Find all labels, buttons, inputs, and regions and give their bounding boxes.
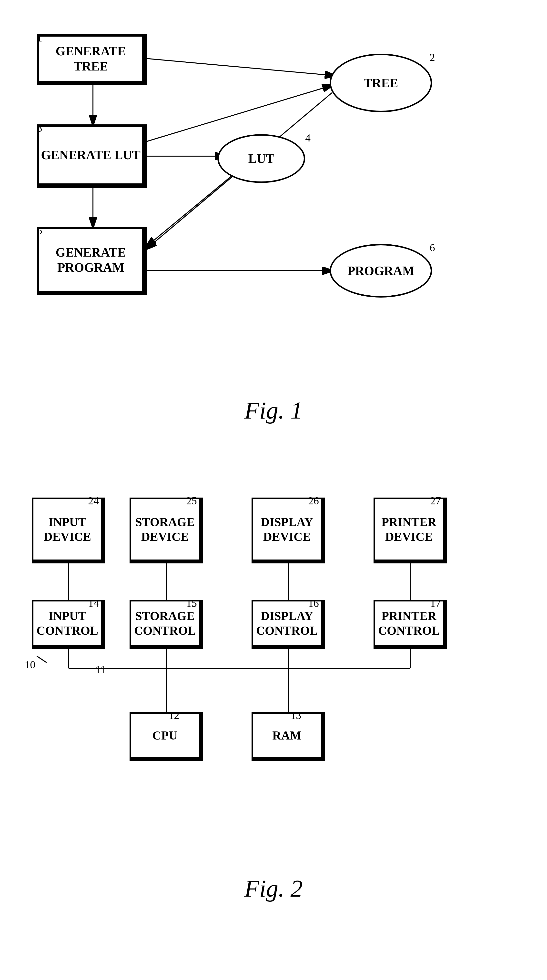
ref10-arrow: [18, 651, 46, 671]
svg-line-5: [147, 85, 332, 142]
generate-tree-box: GENERATE TREE: [37, 34, 147, 85]
svg-line-6: [147, 176, 232, 247]
ref-25: 25: [186, 495, 197, 507]
tree-ellipse: TREE: [330, 54, 432, 112]
generate-program-box: GENERATE PROGRAM: [37, 227, 147, 295]
printer-device-box: PRINTERDEVICE: [373, 498, 447, 563]
ref-26: 26: [308, 495, 319, 507]
lut-ellipse: LUT: [217, 134, 305, 183]
svg-line-3: [147, 59, 335, 76]
ref-3: 3: [37, 122, 42, 134]
ram-box: RAM: [252, 712, 325, 761]
storage-device-box: STORAGEDEVICE: [129, 498, 203, 563]
program-ellipse: PROGRAM: [330, 244, 432, 298]
ref-15: 15: [186, 597, 197, 609]
display-device-box: DISPLAYDEVICE: [252, 498, 325, 563]
ref-16: 16: [308, 597, 319, 609]
ref-5: 5: [37, 224, 42, 237]
ref-27: 27: [430, 495, 441, 507]
ref-1: 1: [37, 32, 42, 44]
ref-6: 6: [430, 242, 435, 254]
ref-4: 4: [305, 132, 311, 144]
ref-14: 14: [88, 597, 99, 609]
ref-11: 11: [96, 663, 106, 676]
input-device-box: INPUTDEVICE: [32, 498, 105, 563]
fig1-diagram: GENERATE TREE 1 GENERATE LUT 3 GENERATE …: [18, 14, 529, 429]
fig2-diagram: 10 INPUTDEVICE 24 STORAGEDEVICE 25 DISPL…: [18, 468, 529, 907]
fig1-title: Fig. 1: [244, 396, 303, 425]
fig2-title: Fig. 2: [244, 874, 303, 902]
ref-24: 24: [88, 495, 99, 507]
svg-line-20: [37, 656, 46, 666]
generate-lut-box: GENERATE LUT: [37, 124, 147, 188]
cpu-box: CPU: [129, 712, 203, 761]
ref-17: 17: [430, 597, 441, 609]
ref-13: 13: [290, 709, 301, 722]
ref-2: 2: [430, 51, 435, 64]
page: GENERATE TREE 1 GENERATE LUT 3 GENERATE …: [0, 0, 547, 980]
ref-12: 12: [169, 709, 179, 722]
